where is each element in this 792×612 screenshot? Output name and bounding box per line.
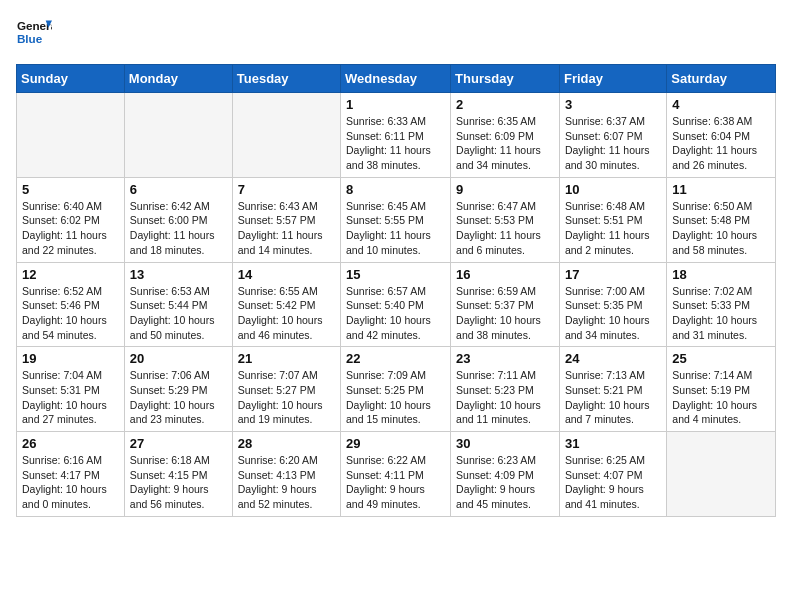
day-number: 23	[456, 351, 554, 366]
day-info: Sunrise: 6:50 AM Sunset: 5:48 PM Dayligh…	[672, 199, 770, 258]
day-number: 9	[456, 182, 554, 197]
day-number: 20	[130, 351, 227, 366]
calendar-cell	[232, 93, 340, 178]
day-info: Sunrise: 6:16 AM Sunset: 4:17 PM Dayligh…	[22, 453, 119, 512]
calendar-cell: 11Sunrise: 6:50 AM Sunset: 5:48 PM Dayli…	[667, 177, 776, 262]
calendar-cell: 20Sunrise: 7:06 AM Sunset: 5:29 PM Dayli…	[124, 347, 232, 432]
calendar-cell: 18Sunrise: 7:02 AM Sunset: 5:33 PM Dayli…	[667, 262, 776, 347]
day-number: 7	[238, 182, 335, 197]
calendar-cell: 23Sunrise: 7:11 AM Sunset: 5:23 PM Dayli…	[451, 347, 560, 432]
day-number: 1	[346, 97, 445, 112]
calendar-cell: 1Sunrise: 6:33 AM Sunset: 6:11 PM Daylig…	[341, 93, 451, 178]
day-number: 26	[22, 436, 119, 451]
day-info: Sunrise: 6:37 AM Sunset: 6:07 PM Dayligh…	[565, 114, 661, 173]
calendar-cell: 16Sunrise: 6:59 AM Sunset: 5:37 PM Dayli…	[451, 262, 560, 347]
day-number: 16	[456, 267, 554, 282]
day-number: 6	[130, 182, 227, 197]
calendar-cell: 29Sunrise: 6:22 AM Sunset: 4:11 PM Dayli…	[341, 432, 451, 517]
weekday-header: Sunday	[17, 65, 125, 93]
day-number: 30	[456, 436, 554, 451]
day-number: 3	[565, 97, 661, 112]
day-number: 10	[565, 182, 661, 197]
calendar-cell: 21Sunrise: 7:07 AM Sunset: 5:27 PM Dayli…	[232, 347, 340, 432]
day-number: 17	[565, 267, 661, 282]
day-info: Sunrise: 7:00 AM Sunset: 5:35 PM Dayligh…	[565, 284, 661, 343]
calendar-week-row: 1Sunrise: 6:33 AM Sunset: 6:11 PM Daylig…	[17, 93, 776, 178]
svg-text:Blue: Blue	[17, 32, 43, 45]
calendar-cell: 26Sunrise: 6:16 AM Sunset: 4:17 PM Dayli…	[17, 432, 125, 517]
day-number: 19	[22, 351, 119, 366]
calendar-cell: 14Sunrise: 6:55 AM Sunset: 5:42 PM Dayli…	[232, 262, 340, 347]
logo-icon: GeneralBlue	[16, 16, 52, 52]
calendar-cell: 25Sunrise: 7:14 AM Sunset: 5:19 PM Dayli…	[667, 347, 776, 432]
day-info: Sunrise: 6:23 AM Sunset: 4:09 PM Dayligh…	[456, 453, 554, 512]
day-info: Sunrise: 7:14 AM Sunset: 5:19 PM Dayligh…	[672, 368, 770, 427]
day-info: Sunrise: 6:22 AM Sunset: 4:11 PM Dayligh…	[346, 453, 445, 512]
day-number: 2	[456, 97, 554, 112]
weekday-header: Thursday	[451, 65, 560, 93]
calendar-cell: 22Sunrise: 7:09 AM Sunset: 5:25 PM Dayli…	[341, 347, 451, 432]
day-info: Sunrise: 7:02 AM Sunset: 5:33 PM Dayligh…	[672, 284, 770, 343]
weekday-header: Saturday	[667, 65, 776, 93]
day-number: 13	[130, 267, 227, 282]
weekday-header: Friday	[559, 65, 666, 93]
day-info: Sunrise: 6:45 AM Sunset: 5:55 PM Dayligh…	[346, 199, 445, 258]
day-number: 4	[672, 97, 770, 112]
day-info: Sunrise: 6:47 AM Sunset: 5:53 PM Dayligh…	[456, 199, 554, 258]
calendar-week-row: 5Sunrise: 6:40 AM Sunset: 6:02 PM Daylig…	[17, 177, 776, 262]
day-info: Sunrise: 7:13 AM Sunset: 5:21 PM Dayligh…	[565, 368, 661, 427]
calendar-cell: 7Sunrise: 6:43 AM Sunset: 5:57 PM Daylig…	[232, 177, 340, 262]
day-number: 31	[565, 436, 661, 451]
day-number: 5	[22, 182, 119, 197]
day-number: 25	[672, 351, 770, 366]
calendar-cell: 4Sunrise: 6:38 AM Sunset: 6:04 PM Daylig…	[667, 93, 776, 178]
day-info: Sunrise: 6:25 AM Sunset: 4:07 PM Dayligh…	[565, 453, 661, 512]
weekday-header: Wednesday	[341, 65, 451, 93]
day-info: Sunrise: 7:04 AM Sunset: 5:31 PM Dayligh…	[22, 368, 119, 427]
day-info: Sunrise: 6:18 AM Sunset: 4:15 PM Dayligh…	[130, 453, 227, 512]
weekday-header: Monday	[124, 65, 232, 93]
calendar-cell: 5Sunrise: 6:40 AM Sunset: 6:02 PM Daylig…	[17, 177, 125, 262]
day-number: 15	[346, 267, 445, 282]
day-info: Sunrise: 6:59 AM Sunset: 5:37 PM Dayligh…	[456, 284, 554, 343]
day-info: Sunrise: 6:35 AM Sunset: 6:09 PM Dayligh…	[456, 114, 554, 173]
day-number: 8	[346, 182, 445, 197]
calendar-cell: 6Sunrise: 6:42 AM Sunset: 6:00 PM Daylig…	[124, 177, 232, 262]
calendar-cell	[124, 93, 232, 178]
day-info: Sunrise: 6:55 AM Sunset: 5:42 PM Dayligh…	[238, 284, 335, 343]
calendar-cell: 27Sunrise: 6:18 AM Sunset: 4:15 PM Dayli…	[124, 432, 232, 517]
day-number: 27	[130, 436, 227, 451]
calendar-cell: 8Sunrise: 6:45 AM Sunset: 5:55 PM Daylig…	[341, 177, 451, 262]
calendar-cell: 9Sunrise: 6:47 AM Sunset: 5:53 PM Daylig…	[451, 177, 560, 262]
calendar-week-row: 26Sunrise: 6:16 AM Sunset: 4:17 PM Dayli…	[17, 432, 776, 517]
calendar-cell	[17, 93, 125, 178]
calendar-cell: 15Sunrise: 6:57 AM Sunset: 5:40 PM Dayli…	[341, 262, 451, 347]
calendar-cell: 12Sunrise: 6:52 AM Sunset: 5:46 PM Dayli…	[17, 262, 125, 347]
day-number: 22	[346, 351, 445, 366]
day-number: 24	[565, 351, 661, 366]
calendar-cell: 13Sunrise: 6:53 AM Sunset: 5:44 PM Dayli…	[124, 262, 232, 347]
calendar-week-row: 12Sunrise: 6:52 AM Sunset: 5:46 PM Dayli…	[17, 262, 776, 347]
calendar-cell: 3Sunrise: 6:37 AM Sunset: 6:07 PM Daylig…	[559, 93, 666, 178]
day-info: Sunrise: 6:43 AM Sunset: 5:57 PM Dayligh…	[238, 199, 335, 258]
day-number: 28	[238, 436, 335, 451]
day-info: Sunrise: 6:40 AM Sunset: 6:02 PM Dayligh…	[22, 199, 119, 258]
day-number: 18	[672, 267, 770, 282]
calendar-cell: 10Sunrise: 6:48 AM Sunset: 5:51 PM Dayli…	[559, 177, 666, 262]
day-info: Sunrise: 7:06 AM Sunset: 5:29 PM Dayligh…	[130, 368, 227, 427]
calendar-week-row: 19Sunrise: 7:04 AM Sunset: 5:31 PM Dayli…	[17, 347, 776, 432]
day-number: 29	[346, 436, 445, 451]
calendar-cell: 2Sunrise: 6:35 AM Sunset: 6:09 PM Daylig…	[451, 93, 560, 178]
day-number: 12	[22, 267, 119, 282]
day-info: Sunrise: 6:53 AM Sunset: 5:44 PM Dayligh…	[130, 284, 227, 343]
calendar-table: SundayMondayTuesdayWednesdayThursdayFrid…	[16, 64, 776, 517]
calendar-cell: 31Sunrise: 6:25 AM Sunset: 4:07 PM Dayli…	[559, 432, 666, 517]
calendar-cell: 24Sunrise: 7:13 AM Sunset: 5:21 PM Dayli…	[559, 347, 666, 432]
page-header: GeneralBlue	[16, 16, 776, 52]
day-info: Sunrise: 7:11 AM Sunset: 5:23 PM Dayligh…	[456, 368, 554, 427]
day-info: Sunrise: 6:48 AM Sunset: 5:51 PM Dayligh…	[565, 199, 661, 258]
day-info: Sunrise: 6:52 AM Sunset: 5:46 PM Dayligh…	[22, 284, 119, 343]
day-info: Sunrise: 6:20 AM Sunset: 4:13 PM Dayligh…	[238, 453, 335, 512]
calendar-cell: 30Sunrise: 6:23 AM Sunset: 4:09 PM Dayli…	[451, 432, 560, 517]
day-info: Sunrise: 7:07 AM Sunset: 5:27 PM Dayligh…	[238, 368, 335, 427]
